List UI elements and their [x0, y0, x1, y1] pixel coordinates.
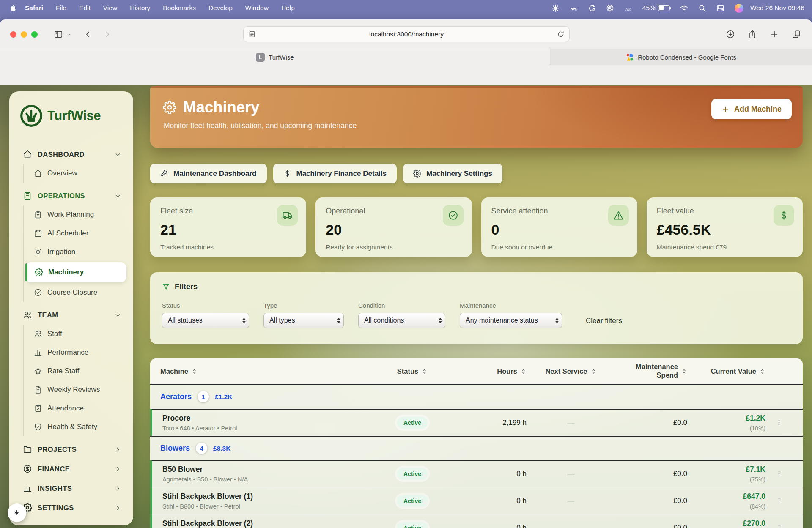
sidebar-item-irrigation[interactable]: Irrigation [34, 243, 124, 261]
file-text-icon [34, 386, 42, 394]
stat-service-attention: Service attention 0 Due soon or overdue [481, 197, 637, 257]
page-title: Machinery [183, 98, 259, 116]
back-button[interactable] [82, 29, 93, 40]
spotlight-search-icon[interactable] [698, 4, 706, 12]
menu-app-name[interactable]: Safari [19, 4, 49, 12]
menu-clock[interactable]: Wed 26 Nov 09:46 [748, 4, 804, 12]
page-header: Machinery Monitor fleet health, utilisat… [150, 86, 803, 148]
zoom-window-button[interactable] [31, 31, 38, 38]
keyboard-brightness-icon[interactable] [624, 4, 632, 12]
table-header-row: Machine Status Hours Next Service [150, 358, 803, 385]
column-machine[interactable]: Machine [160, 367, 381, 375]
sidebar-item-overview[interactable]: Overview [34, 164, 124, 183]
gear-icon [413, 170, 421, 178]
tab-google-fonts[interactable]: Roboto Condensed - Google Fonts [550, 49, 812, 65]
starburst-menu-icon[interactable] [551, 4, 560, 12]
battery-status[interactable]: 45% [642, 4, 670, 12]
users-icon [34, 330, 42, 338]
wifi-icon[interactable] [680, 4, 688, 12]
sidebar-item-work-planning[interactable]: Work Planning [34, 205, 124, 224]
sidebar-item-rate-staff[interactable]: Rate Staff [34, 362, 124, 380]
menu-edit[interactable]: Edit [73, 4, 97, 12]
window-controls [10, 31, 38, 38]
menu-view[interactable]: View [97, 4, 123, 12]
row-menu-icon[interactable] [765, 470, 793, 478]
forward-button[interactable] [102, 29, 113, 40]
machinery-settings-button[interactable]: Machinery Settings [403, 164, 502, 183]
safari-window: localhost:3000/machinery L TurfWise Robo… [0, 19, 812, 528]
clear-filters-button[interactable]: Clear filters [586, 317, 622, 325]
status-select[interactable]: All statuses [162, 313, 249, 328]
column-maintenance-spend[interactable]: Maintenance Spend [615, 363, 687, 380]
sidebar-toggle-icon[interactable] [53, 29, 64, 40]
sidebar-item-course-closure[interactable]: Course Closure [34, 283, 124, 302]
sidebar-item-ai-scheduler[interactable]: AI Scheduler [34, 224, 124, 243]
sidebar-section-insights[interactable]: INSIGHTS [19, 479, 124, 498]
machinery-finance-details-button[interactable]: Machinery Finance Details [273, 164, 397, 183]
dollar-icon [779, 210, 789, 221]
sidebar-section-operations[interactable]: OPERATIONS [19, 186, 124, 205]
menu-history[interactable]: History [123, 4, 156, 12]
row-menu-icon[interactable] [765, 524, 793, 528]
sidebar-item-weekly-reviews[interactable]: Weekly Reviews [34, 380, 124, 399]
new-tab-icon[interactable] [770, 30, 779, 39]
maintenance-select[interactable]: Any maintenance status [460, 313, 562, 328]
table-row-stihl-blower-1[interactable]: Stihl Backpack Blower (1) Stihl • B800 •… [150, 487, 803, 514]
sidebar-item-machinery[interactable]: Machinery [25, 262, 126, 282]
row-menu-icon[interactable] [765, 419, 793, 427]
sidebar-section-team[interactable]: TEAM [19, 305, 124, 325]
group-row-blowers[interactable]: Blowers 4 £8.3K [150, 436, 803, 460]
sync-error-icon[interactable] [588, 4, 596, 12]
condition-select[interactable]: All conditions [358, 313, 445, 328]
table-row-procore[interactable]: Procore Toro • 648 • Aerator • Petrol Ac… [150, 409, 803, 436]
tab-turfwise[interactable]: L TurfWise [0, 49, 550, 65]
battery-percent: 45% [642, 4, 656, 12]
reload-icon[interactable] [557, 30, 565, 38]
sidebar-chevron-icon[interactable] [66, 29, 71, 40]
sidebar-section-settings[interactable]: SETTINGS [19, 498, 124, 517]
minimize-window-button[interactable] [21, 31, 27, 38]
sidebar-section-projects[interactable]: PROJECTS [19, 440, 124, 459]
quick-actions-button[interactable] [8, 503, 26, 522]
close-window-button[interactable] [10, 31, 16, 38]
address-bar[interactable]: localhost:3000/machinery [243, 26, 570, 42]
shield-check-icon [34, 423, 42, 431]
sidebar-section-dashboard[interactable]: DASHBOARD [19, 145, 124, 164]
menu-develop[interactable]: Develop [202, 4, 239, 12]
sidebar-item-health-safety[interactable]: Health & Safety [34, 418, 124, 436]
sidebar-item-performance[interactable]: Performance [34, 343, 124, 362]
menu-window[interactable]: Window [239, 4, 275, 12]
control-center-icon[interactable] [716, 4, 724, 12]
column-current-value[interactable]: Current Value [687, 367, 765, 375]
home-icon [23, 150, 32, 159]
menu-bookmarks[interactable]: Bookmarks [156, 4, 202, 12]
sidebar-item-attendance[interactable]: Attendance [34, 399, 124, 418]
column-status[interactable]: Status [381, 367, 444, 375]
menu-file[interactable]: File [49, 4, 73, 12]
add-machine-button[interactable]: Add Machine [711, 99, 792, 119]
currency-circle-icon [23, 464, 32, 473]
sidebar-section-finance[interactable]: FINANCE [19, 459, 124, 479]
group-row-aerators[interactable]: Aerators 1 £1.2K [150, 385, 803, 409]
filters-title: Filters [175, 282, 198, 291]
sidebar-item-staff[interactable]: Staff [34, 325, 124, 343]
filter-maintenance: Maintenance Any maintenance status [460, 302, 562, 328]
table-row-stihl-blower-2[interactable]: Stihl Backpack Blower (2) Stihl • B600 •… [150, 514, 803, 528]
share-icon[interactable] [748, 30, 757, 39]
reader-icon[interactable] [248, 30, 256, 38]
apple-menu[interactable] [8, 3, 19, 14]
column-hours[interactable]: Hours [444, 367, 527, 375]
machinery-table: Machine Status Hours Next Service [150, 358, 803, 528]
airdrop-icon[interactable] [606, 4, 614, 12]
vpn-mountain-icon[interactable] [570, 4, 578, 12]
downloads-icon[interactable] [726, 30, 735, 39]
table-row-b50-blower[interactable]: B50 Blower Agrimetals • B50 • Blower • N… [150, 460, 803, 487]
column-next-service[interactable]: Next Service [527, 367, 615, 375]
brand[interactable]: TurfWise [19, 104, 124, 128]
menu-help[interactable]: Help [275, 4, 301, 12]
maintenance-dashboard-button[interactable]: Maintenance Dashboard [150, 164, 267, 183]
type-select[interactable]: All types [263, 313, 344, 328]
row-menu-icon[interactable] [765, 497, 793, 505]
user-avatar[interactable] [735, 4, 743, 13]
tab-overview-icon[interactable] [792, 30, 801, 39]
